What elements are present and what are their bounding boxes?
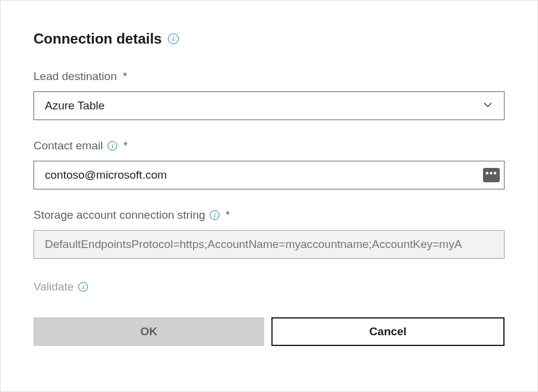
ellipsis-icon: ••• (485, 169, 497, 178)
connection-string-wrapper (33, 230, 505, 259)
info-icon[interactable]: i (168, 33, 179, 44)
validate-label-text: Validate (33, 280, 74, 293)
required-asterisk: * (123, 70, 127, 83)
lead-destination-group: Lead destination* (33, 70, 505, 120)
info-icon[interactable]: i (78, 282, 88, 292)
required-asterisk: * (225, 209, 230, 222)
validate-link[interactable]: Validate i (33, 280, 88, 293)
contact-email-wrapper: ••• (33, 161, 505, 189)
connection-string-label-text: Storage account connection string (33, 209, 205, 222)
connection-string-label: Storage account connection string i * (33, 209, 230, 222)
lead-destination-select[interactable] (33, 91, 505, 120)
contact-email-input[interactable] (33, 161, 505, 189)
heading-row: Connection details i (33, 30, 505, 47)
contact-email-group: Contact email i * ••• (33, 139, 505, 189)
required-asterisk: * (123, 139, 127, 152)
panel-title: Connection details (33, 30, 162, 47)
connection-string-group: Storage account connection string i * (33, 209, 505, 259)
connection-string-input[interactable] (33, 230, 505, 259)
contact-email-label: Contact email i * (33, 139, 128, 152)
info-icon[interactable]: i (108, 141, 117, 151)
cancel-button[interactable]: Cancel (271, 317, 505, 346)
ok-button[interactable]: OK (33, 317, 264, 346)
contact-email-label-text: Contact email (33, 139, 103, 152)
more-button[interactable]: ••• (483, 168, 500, 182)
info-icon[interactable]: i (210, 210, 219, 220)
button-row: OK Cancel (33, 317, 505, 346)
lead-destination-label: Lead destination* (33, 70, 127, 83)
lead-destination-select-wrapper (33, 91, 505, 120)
lead-destination-label-text: Lead destination (33, 70, 117, 83)
connection-details-panel: Connection details i Lead destination* C… (0, 0, 538, 392)
